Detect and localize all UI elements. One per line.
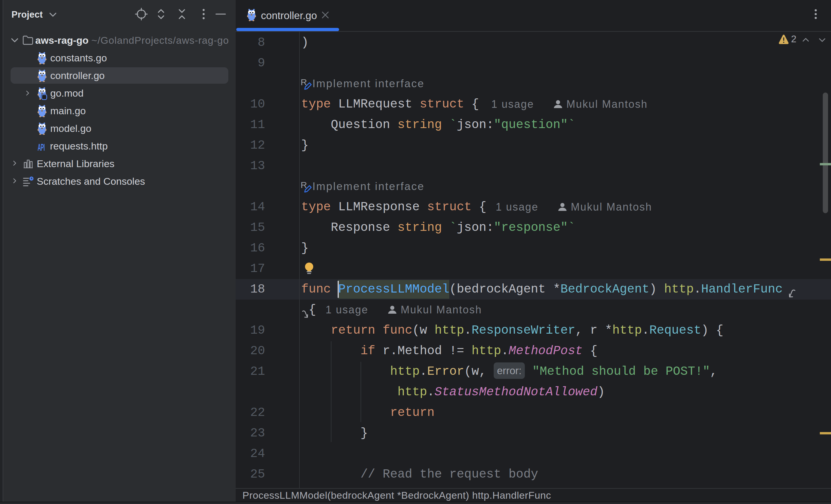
svg-text:R: R (300, 77, 307, 87)
svg-text:R: R (300, 180, 307, 190)
